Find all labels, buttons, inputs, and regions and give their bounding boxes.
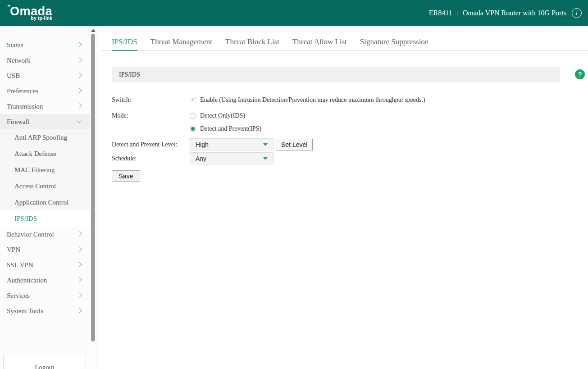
sidebar-subitem-mac-filtering[interactable]: MAC Filtering [0,162,90,178]
tab-signature-suppression[interactable]: Signature Suppression [360,37,429,50]
sidebar-item-label: SSL VPN [7,261,33,269]
tab-threat-allow-list[interactable]: Threat Allow List [292,37,347,50]
tab-threat-management[interactable]: Threat Management [150,37,212,50]
sidebar-subitem-application-control[interactable]: Application Control [0,194,90,210]
sidebar-item-ssl-vpn[interactable]: SSL VPN [0,257,90,273]
save-row: Save [112,170,588,182]
sidebar-item-network[interactable]: Network [0,53,90,68]
schedule-row: Schedule: Any [112,152,588,164]
level-dropdown-value: High [196,141,209,148]
chevron-right-icon [77,277,82,282]
schedule-dropdown-value: Any [196,155,206,162]
schedule-label: Schedule: [112,155,190,162]
tab-bar: IPS/IDS Threat Management Threat Block L… [101,26,588,51]
sidebar-item-label: Firewall [7,118,29,126]
app-logo: ✳ Omada by tp-link [10,5,52,21]
level-dropdown[interactable]: High [190,138,273,150]
sidebar-item-label: USB [7,72,20,80]
sidebar-item-firewall[interactable]: Firewall [0,114,90,129]
sidebar-item-system-tools[interactable]: System Tools [0,303,90,319]
enable-label: Enable (Using Intrusion Detection/Preven… [200,96,425,104]
chevron-right-icon [77,292,82,297]
level-label: Detect and Prevent Level: [112,141,190,148]
dropdown-caret-icon [263,157,268,160]
mode-row: Mode: Detect Only(IDS) [112,111,588,121]
sidebar-item-authentication[interactable]: Authentication [0,273,90,288]
chevron-right-icon [77,88,82,93]
chevron-down-icon [77,118,82,123]
sidebar-item-usb[interactable]: USB [0,68,90,83]
sidebar-item-transmission[interactable]: Transmission [0,99,90,114]
sidebar-item-label: VPN [7,246,20,254]
set-level-button[interactable]: Set Level [276,139,313,150]
sidebar-item-services[interactable]: Services [0,288,90,303]
sidebar-item-label: Preferences [7,87,38,95]
logo-sparkle-icon: ✳ [7,4,11,8]
info-icon[interactable]: i [572,8,582,18]
chevron-right-icon [77,262,82,267]
sidebar-nav: Status Network USB Preferences Transmiss… [0,26,90,319]
chevron-right-icon [77,103,82,108]
detect-only-label: Detect Only(IDS) [200,112,245,119]
switch-label: Switch: [112,96,190,104]
sidebar-item-label: Status [7,41,23,49]
detect-and-prevent-radio[interactable] [190,126,196,132]
sidebar-scrollbar[interactable] [90,26,96,369]
mode-row-2: Detect and Prevent(IPS) [112,124,588,134]
help-icon[interactable]: ? [575,69,585,79]
sidebar-item-label: Network [7,57,31,64]
sidebar-item-vpn[interactable]: VPN [0,242,90,257]
schedule-dropdown[interactable]: Any [190,152,273,164]
sidebar-item-preferences[interactable]: Preferences [0,83,90,99]
main-content: IPS/IDS Threat Management Threat Block L… [96,26,588,369]
enable-checkbox[interactable] [190,97,196,103]
level-row: Detect and Prevent Level: High Set Level [112,138,588,150]
header-divider: | [457,9,458,17]
chevron-right-icon [77,308,82,313]
tab-ips-ids[interactable]: IPS/IDS [112,37,137,50]
chevron-right-icon [77,57,82,62]
sidebar-item-label: System Tools [7,307,43,315]
dropdown-caret-icon [263,143,268,146]
device-model: ER8411 [429,9,452,17]
chevron-right-icon [77,73,82,77]
detect-and-prevent-label: Detect and Prevent(IPS) [200,125,261,132]
mode-label: Mode: [112,112,190,119]
chevron-right-icon [77,246,82,251]
chevron-right-icon [77,231,82,236]
app-header: ✳ Omada by tp-link ER8411 | Omada VPN Ro… [0,0,588,26]
save-button[interactable]: Save [112,170,140,182]
sidebar-item-label: Authentication [7,277,47,284]
ips-ids-form: Switch: Enable (Using Intrusion Detectio… [112,95,588,182]
sidebar-subitem-ips-ids[interactable]: IPS/IDS [0,210,90,227]
sidebar-item-status[interactable]: Status [0,37,90,53]
firewall-submenu: Anti ARP Spoofing Attack Defense MAC Fil… [0,129,90,227]
sidebar-item-label: Transmission [7,103,43,110]
section-title: IPS/IDS [112,67,560,82]
logout-button[interactable]: Logout [3,354,86,369]
sidebar-subitem-attack-defense[interactable]: Attack Defense [0,146,90,162]
sidebar: Status Network USB Preferences Transmiss… [0,26,96,369]
sidebar-subitem-access-control[interactable]: Access Control [0,178,90,194]
switch-row: Switch: Enable (Using Intrusion Detectio… [112,95,588,105]
sidebar-item-label: Services [7,292,30,300]
scroll-up-arrow-icon[interactable] [91,29,96,32]
scrollbar-thumb[interactable] [91,34,95,342]
tab-threat-block-list[interactable]: Threat Block List [225,37,279,50]
sidebar-item-label: Behavior Control [7,231,54,238]
sidebar-subitem-anti-arp-spoofing[interactable]: Anti ARP Spoofing [0,129,90,146]
chevron-right-icon [77,42,82,47]
detect-only-radio[interactable] [190,113,196,119]
sidebar-item-behavior-control[interactable]: Behavior Control [0,227,90,242]
device-product-name: Omada VPN Router with 10G Ports [463,9,566,17]
device-info: ER8411 | Omada VPN Router with 10G Ports… [429,8,582,18]
